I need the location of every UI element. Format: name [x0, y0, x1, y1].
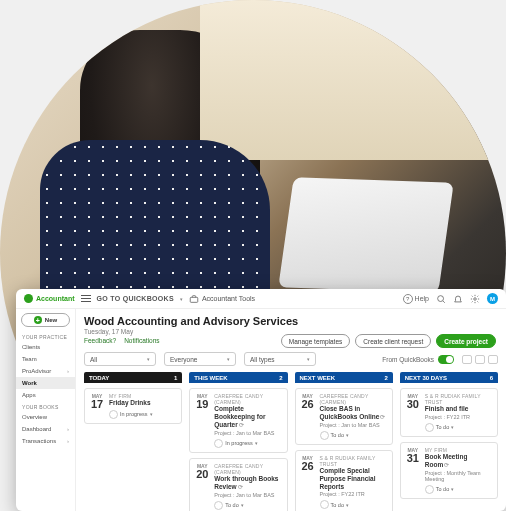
column-header: THIS WEEK2 [189, 372, 287, 383]
assignee-avatar[interactable] [214, 501, 223, 510]
svg-point-1 [438, 295, 444, 301]
recurring-icon: ⟳ [444, 462, 449, 468]
project-card[interactable]: MAY26 CAREFREE CANDY (CARMEN) Close BAS … [295, 388, 393, 445]
sidebar-item-clients[interactable]: Clients [16, 341, 75, 353]
project-card[interactable]: MAY26 S & R RUDIAK FAMILY TRUST Compile … [295, 450, 393, 511]
menu-icon[interactable] [81, 295, 91, 302]
topbar: Accountant GO TO QUICKBOOKS ▾ Accountant… [16, 289, 506, 309]
assignee-avatar[interactable] [109, 410, 118, 419]
column-header: NEXT 30 DAYS6 [400, 372, 498, 383]
sidebar-section-practice: YOUR PRACTICE [16, 331, 75, 341]
sidebar-item-transactions[interactable]: Transactions› [16, 435, 75, 447]
column-this-week: THIS WEEK2 MAY19 CAREFREE CANDY (CARMEN)… [189, 372, 287, 511]
chevron-down-icon: ▾ [180, 296, 183, 302]
column-next-week: NEXT WEEK2 MAY26 CAREFREE CANDY (CARMEN)… [295, 372, 393, 511]
project-card[interactable]: MAY19 CAREFREE CANDY (CARMEN) Complete B… [189, 388, 287, 453]
chevron-right-icon: › [67, 426, 69, 432]
svg-point-2 [474, 297, 477, 300]
recurring-icon: ⟳ [380, 414, 385, 420]
tab-notifications[interactable]: Notifications [124, 337, 159, 344]
view-list-icon[interactable] [475, 355, 485, 364]
project-card[interactable]: MAY30 S & R RUDIAK FAMILY TRUST Finish a… [400, 388, 498, 437]
user-avatar[interactable]: M [487, 293, 498, 304]
help-icon: ? [403, 294, 413, 304]
recurring-icon: ⟳ [239, 422, 244, 428]
assignee-avatar[interactable] [320, 500, 329, 509]
chevron-down-icon: ▾ [147, 356, 150, 362]
gear-icon[interactable] [470, 294, 480, 304]
firm-toggle-label: From QuickBooks [382, 356, 434, 363]
help-button[interactable]: ? Help [403, 294, 429, 304]
filter-types[interactable]: All types▾ [244, 352, 316, 366]
sidebar-item-proadvisor[interactable]: ProAdvisor› [16, 365, 75, 377]
tab-feedback[interactable]: Feedback? [84, 337, 116, 344]
chevron-down-icon[interactable]: ▾ [241, 502, 244, 508]
new-label: New [45, 317, 57, 323]
chevron-down-icon: ▾ [307, 356, 310, 362]
accountant-tools-link[interactable]: Accountant Tools [189, 294, 255, 304]
chevron-down-icon[interactable]: ▾ [451, 486, 454, 492]
plus-icon: + [34, 316, 42, 324]
chevron-down-icon[interactable]: ▾ [255, 440, 258, 446]
sidebar-item-apps[interactable]: Apps [16, 389, 75, 401]
brand-label: Accountant [36, 295, 75, 302]
chevron-right-icon: › [67, 438, 69, 444]
column-next-30: NEXT 30 DAYS6 MAY30 S & R RUDIAK FAMILY … [400, 372, 498, 511]
chevron-down-icon[interactable]: ▾ [150, 411, 153, 417]
sidebar-item-team[interactable]: Team [16, 353, 75, 365]
column-today: TODAY1 MAY17 MY FIRM Friday Drinks In pr… [84, 372, 182, 511]
chevron-down-icon[interactable]: ▾ [346, 432, 349, 438]
project-card[interactable]: MAY17 MY FIRM Friday Drinks In progress▾ [84, 388, 182, 424]
assignee-avatar[interactable] [425, 423, 434, 432]
sidebar-item-overview[interactable]: Overview [16, 411, 75, 423]
project-card[interactable]: MAY31 MY FIRM Book Meeting Room⟳ Project… [400, 442, 498, 499]
new-button[interactable]: + New [21, 313, 70, 327]
quickbooks-logo-icon [24, 294, 33, 303]
column-header: TODAY1 [84, 372, 182, 383]
firm-toggle[interactable] [438, 355, 454, 364]
filter-everyone[interactable]: Everyone▾ [164, 352, 236, 366]
go-to-quickbooks-link[interactable]: GO TO QUICKBOOKS [97, 295, 174, 302]
brand-logo[interactable]: Accountant [24, 294, 75, 303]
create-project-button[interactable]: Create project [436, 334, 496, 348]
filter-bar: All▾ Everyone▾ All types▾ From QuickBook… [84, 352, 498, 366]
project-card[interactable]: MAY20 CAREFREE CANDY (CARMEN) Work throu… [189, 458, 287, 511]
help-label: Help [415, 295, 429, 302]
manage-templates-button[interactable]: Manage templates [281, 334, 350, 348]
toolbox-icon [189, 294, 199, 304]
assignee-avatar[interactable] [320, 431, 329, 440]
assignee-avatar[interactable] [425, 485, 434, 494]
svg-rect-0 [190, 297, 198, 302]
sidebar-section-books: YOUR BOOKS [16, 401, 75, 411]
tools-label: Accountant Tools [202, 295, 255, 302]
filter-all[interactable]: All▾ [84, 352, 156, 366]
create-client-request-button[interactable]: Create client request [355, 334, 431, 348]
main-content: Wood Accounting and Advisory Services Tu… [76, 309, 506, 511]
page-title: Wood Accounting and Advisory Services [84, 315, 498, 327]
sidebar: + New YOUR PRACTICE Clients Team ProAdvi… [16, 309, 76, 511]
view-cal-icon[interactable] [488, 355, 498, 364]
sidebar-item-dashboard[interactable]: Dashboard› [16, 423, 75, 435]
chevron-down-icon[interactable]: ▾ [451, 424, 454, 430]
bell-icon[interactable] [453, 294, 463, 304]
search-icon[interactable] [436, 294, 446, 304]
app-window: Accountant GO TO QUICKBOOKS ▾ Accountant… [16, 289, 506, 511]
recurring-icon: ⟳ [238, 484, 243, 490]
view-grid-icon[interactable] [462, 355, 472, 364]
chevron-right-icon: › [67, 368, 69, 374]
kanban-board: TODAY1 MAY17 MY FIRM Friday Drinks In pr… [84, 372, 498, 511]
assignee-avatar[interactable] [214, 439, 223, 448]
sidebar-item-work[interactable]: Work [16, 377, 75, 389]
chevron-down-icon: ▾ [227, 356, 230, 362]
column-header: NEXT WEEK2 [295, 372, 393, 383]
chevron-down-icon[interactable]: ▾ [346, 502, 349, 508]
